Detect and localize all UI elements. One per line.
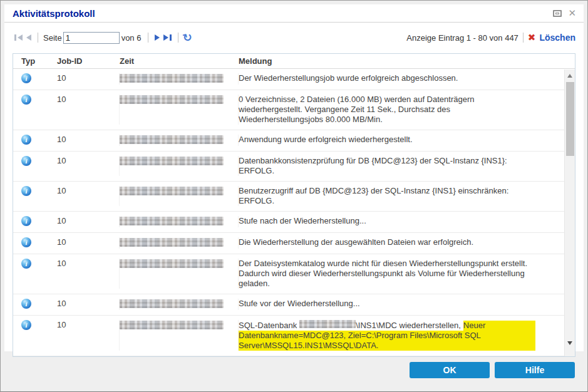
message-cell: Der Wiederherstellungsjob wurde erfolgre…: [239, 73, 575, 85]
toolbar-separator: [523, 33, 524, 43]
message-cell: Die Wiederherstellung der ausgewählten D…: [239, 237, 575, 249]
info-icon: i: [21, 95, 31, 105]
message-text: 0 Verzeichnisse, 2 Dateien (16.000 MB) w…: [239, 95, 535, 125]
job-id-cell: 10: [57, 73, 120, 85]
column-header-meldung[interactable]: Meldung: [239, 56, 575, 66]
censored-timestamp: [120, 95, 224, 104]
close-icon[interactable]: ✕: [568, 9, 576, 18]
scrollbar-thumb[interactable]: [566, 82, 574, 156]
first-page-button[interactable]: [13, 34, 24, 41]
help-button[interactable]: Hilfe: [495, 362, 575, 378]
info-icon: i: [21, 320, 31, 330]
message-cell: Anwendung wurde erfolgreich wiederherges…: [239, 135, 575, 146]
message-line: Datenbankname=MDC@123, Ziel=C:\Program F…: [239, 331, 535, 341]
next-page-arrow-icon: [155, 34, 160, 41]
info-icon: i: [21, 259, 31, 269]
job-id-cell: 10: [57, 216, 120, 227]
page-label: Seite: [43, 33, 62, 43]
entry-range-label: Anzeige Eintrag 1 - 80 von 447: [406, 33, 518, 43]
message-cell: Der Dateisystemkatalog wurde nicht für d…: [239, 259, 575, 289]
restore-icon[interactable]: [553, 10, 562, 17]
page-number-input[interactable]: [63, 32, 120, 44]
delete-button[interactable]: ✖ Löschen: [528, 33, 575, 43]
highlighted-text: Datenbankname=MDC@123, Ziel=C:\Program F…: [239, 331, 535, 341]
last-page-bar-icon: [170, 34, 172, 41]
job-id-cell: 10: [57, 320, 120, 351]
message-text: Datenbankkonsistenzprüfung für DB {MDC@1…: [239, 156, 535, 176]
page-count-label: von 6: [121, 33, 142, 43]
time-cell: [120, 237, 239, 249]
table-row: i 10 Stufe vor der Wiederherstellung...: [13, 294, 575, 316]
vertical-scrollbar[interactable]: [564, 70, 575, 356]
last-page-arrow-icon: [163, 34, 168, 41]
censored-timestamp: [120, 321, 224, 329]
censored-timestamp: [120, 238, 224, 247]
next-page-button[interactable]: [153, 34, 162, 41]
job-id-cell: 10: [57, 95, 120, 125]
job-id-cell: 10: [57, 156, 120, 176]
toolbar-separator: [178, 33, 178, 43]
delete-x-icon: ✖: [528, 33, 536, 43]
column-header-typ[interactable]: Typ: [13, 56, 57, 66]
table-row: i 10 Der Wiederherstellungsjob wurde erf…: [13, 69, 575, 90]
first-page-arrow-icon: [18, 34, 23, 41]
type-cell: i: [13, 135, 57, 146]
dialog-title: Aktivitätsprotokoll: [13, 8, 95, 19]
message-cell: Stufe nach der Wiederherstellung...: [239, 216, 575, 227]
column-header-zeit[interactable]: Zeit: [120, 56, 239, 66]
time-cell: [120, 186, 239, 206]
table-row: i 10 Anwendung wurde erfolgreich wiederh…: [13, 130, 575, 152]
message-line: SQL-Datenbank \INS1\MDC wiederherstellen…: [239, 320, 535, 331]
type-cell: i: [13, 95, 57, 125]
censored-timestamp: [120, 135, 224, 144]
censored-timestamp: [120, 217, 224, 225]
message-cell: Stufe vor der Wiederherstellung...: [239, 299, 575, 310]
message-text: SQL-Datenbank \INS1\MDC wiederherstellen…: [239, 320, 535, 351]
previous-page-button[interactable]: [24, 34, 33, 41]
message-text: Der Wiederherstellungsjob wurde erfolgre…: [239, 73, 535, 83]
delete-button-label: Löschen: [539, 33, 575, 43]
time-cell: [120, 216, 239, 227]
last-page-button[interactable]: [162, 34, 173, 41]
type-cell: i: [13, 156, 57, 176]
message-cell: 0 Verzeichnisse, 2 Dateien (16.000 MB) w…: [239, 95, 575, 125]
time-cell: [120, 135, 239, 146]
table-row: i 10 SQL-Datenbank \INS1\MDC wiederherst…: [13, 316, 575, 356]
message-line: Server\MSSQL15.INS1\MSSQL\DATA.: [239, 341, 535, 351]
restore-icon-inner: [555, 13, 559, 14]
toolbar-separator: [38, 33, 38, 43]
refresh-icon[interactable]: ↻: [182, 31, 193, 44]
message-cell: SQL-Datenbank \INS1\MDC wiederherstellen…: [239, 320, 575, 351]
time-cell: [120, 320, 239, 351]
message-text: Die Wiederherstellung der ausgewählten D…: [239, 237, 535, 247]
message-text: Stufe nach der Wiederherstellung...: [239, 216, 535, 226]
time-cell: [120, 299, 239, 310]
table-row: i 10 Datenbankkonsistenzprüfung für DB {…: [13, 152, 575, 182]
message-text: Stufe vor der Wiederherstellung...: [239, 299, 535, 309]
log-table: Typ Job-ID Zeit Meldung i 10 Der Wiederh…: [13, 53, 575, 357]
time-cell: [120, 259, 239, 289]
highlighted-text: Neuer: [463, 321, 535, 331]
ok-button[interactable]: OK: [410, 362, 490, 378]
message-segment: \INS1\MDC wiederherstellen,: [356, 321, 461, 331]
column-header-job-id[interactable]: Job-ID: [57, 56, 120, 66]
info-icon: i: [21, 237, 31, 247]
table-row: i 10 Benutzerzugriff auf DB {MDC@123} de…: [13, 182, 575, 212]
time-cell: [120, 95, 239, 125]
type-cell: i: [13, 259, 57, 289]
table-row: i 10 Stufe nach der Wiederherstellung...: [13, 212, 575, 233]
job-id-cell: 10: [57, 135, 120, 146]
info-icon: i: [21, 299, 31, 309]
title-bar: Aktivitätsprotokoll ✕: [4, 4, 584, 23]
type-cell: i: [13, 320, 57, 351]
censored-timestamp: [120, 74, 224, 83]
scroll-up-icon[interactable]: [567, 74, 572, 78]
scroll-down-icon[interactable]: [567, 341, 572, 345]
dialog-content: Aktivitätsprotokoll ✕ Seite von 6 ↻ Anze…: [4, 4, 584, 351]
message-cell: Datenbankkonsistenzprüfung für DB {MDC@1…: [239, 156, 575, 176]
previous-page-arrow-icon: [26, 34, 31, 41]
first-page-bar-icon: [14, 34, 16, 41]
window-controls: ✕: [553, 9, 576, 18]
info-icon: i: [21, 156, 31, 166]
info-icon: i: [21, 135, 31, 145]
